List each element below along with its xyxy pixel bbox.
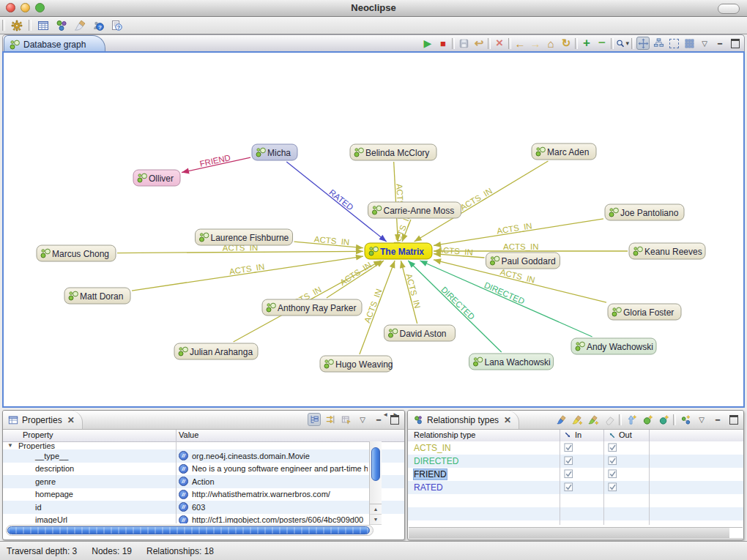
graph-node-anthony[interactable]: Anthony Ray Parker [262, 299, 362, 316]
zoom-out-icon[interactable] [595, 37, 609, 50]
help-icon[interactable]: ? [92, 19, 105, 32]
toolbar-toggle-capsule[interactable] [718, 4, 740, 14]
scroll-down-icon[interactable]: ▼ [370, 515, 382, 525]
paintbrush-icon[interactable] [73, 19, 86, 32]
scroll-up-icon[interactable]: ▲ [370, 504, 382, 515]
relationship-row-friend[interactable]: FRIEND [408, 468, 743, 481]
view-menu-icon[interactable] [695, 413, 708, 426]
zoom-in-icon[interactable] [580, 37, 593, 50]
refresh-table-icon[interactable] [340, 413, 353, 426]
checkbox-out-directed[interactable] [608, 456, 617, 466]
preferences-gear-icon[interactable] [10, 19, 23, 32]
refresh-icon[interactable] [560, 37, 573, 50]
checkbox-out-rated[interactable] [608, 482, 617, 492]
add-relationship-type-icon[interactable] [679, 413, 692, 426]
revert-icon[interactable] [472, 37, 486, 50]
maximize-view-icon[interactable] [727, 413, 740, 426]
add-incoming-icon[interactable] [625, 413, 638, 426]
graph-node-micha[interactable]: Micha [252, 144, 297, 160]
properties-category-row[interactable]: ▼ Properties [3, 441, 404, 449]
relationship-type-label[interactable]: RATED [414, 482, 443, 493]
scrollbar-thumb[interactable] [371, 447, 380, 481]
checkbox-out-acts_in[interactable] [608, 443, 617, 452]
forward-icon[interactable] [529, 37, 542, 50]
magnifier-icon[interactable]: ▾ [616, 37, 629, 50]
property-value[interactable]: http://whatisthematrix.warnerbros.com/ [192, 490, 330, 499]
property-row-genre[interactable]: genre//Action [3, 475, 404, 488]
relationship-bottom-scroll-track[interactable] [409, 527, 743, 539]
stop-icon[interactable] [436, 37, 450, 50]
checkbox-in-directed[interactable] [564, 456, 573, 466]
tab-database-graph[interactable]: Database graph [4, 35, 105, 53]
tab-relationship-types[interactable]: Relationship types ✕ [408, 411, 519, 429]
highlight-incoming-icon[interactable] [571, 413, 584, 426]
checkbox-in-acts_in[interactable] [564, 443, 573, 452]
checkbox-out-friend[interactable] [608, 469, 617, 479]
back-icon[interactable] [513, 37, 527, 50]
scroll-right-icon[interactable]: ► [393, 411, 398, 534]
graph-node-olliver[interactable]: Olliver [133, 170, 180, 186]
column-property[interactable]: Property [23, 430, 53, 439]
relationship-type-label[interactable]: DIRECTED [414, 456, 458, 466]
properties-vertical-scrollbar[interactable]: ▲ ▼ [369, 441, 382, 525]
home-icon[interactable] [544, 37, 557, 50]
relationship-type-label[interactable]: ACTS_IN [414, 443, 451, 453]
close-icon[interactable]: ✕ [67, 415, 75, 425]
close-icon[interactable]: ✕ [504, 415, 511, 425]
add-node-start-icon[interactable] [641, 413, 654, 426]
minimize-view-icon[interactable] [713, 37, 726, 50]
zoom-dropdown-icon[interactable]: ▾ [625, 40, 629, 47]
property-value[interactable]: http://cf1.imgobject.com/posters/606/4bc… [192, 515, 363, 523]
graph-node-david[interactable]: David Aston [384, 325, 456, 341]
relationship-row-rated[interactable]: RATED [408, 481, 743, 494]
graph-node-paul[interactable]: Paul Goddard [486, 253, 560, 269]
relationship-row-directed[interactable]: DIRECTED [408, 455, 743, 468]
clear-highlight-icon[interactable] [603, 413, 616, 426]
graph-nodes-icon[interactable] [55, 19, 68, 32]
property-row-imageUrl[interactable]: imageUrl//http://cf1.imgobject.com/poste… [3, 514, 404, 524]
highlight-relationship-icon[interactable] [554, 413, 568, 426]
edge-rated[interactable] [286, 162, 386, 242]
tree-mode-icon[interactable] [308, 413, 321, 426]
graph-canvas[interactable]: FRIENDRATEDACTS_INACTS_INACTS_INACTS_INA… [2, 51, 745, 408]
property-value[interactable]: Neo is a young software engineer and par… [192, 464, 368, 473]
checkbox-in-rated[interactable] [564, 482, 573, 492]
graph-node-hugo[interactable]: Hugo Weaving [320, 356, 393, 372]
relationship-type-label[interactable]: FRIEND [414, 469, 447, 479]
graph-node-julian[interactable]: Julian Arahanga [174, 343, 258, 359]
tab-properties[interactable]: Properties ✕ [3, 411, 83, 429]
graph-node-belinda[interactable]: Belinda McClory [350, 144, 436, 160]
column-out[interactable]: Out [619, 430, 632, 439]
graph-node-joe[interactable]: Joe Pantoliano [605, 204, 684, 220]
follow-selection-icon[interactable] [324, 413, 337, 426]
scrollbar-thumb[interactable] [7, 526, 370, 534]
graph-node-matt[interactable]: Matt Doran [64, 288, 130, 304]
relationship-row-acts_in[interactable]: ACTS_IN [408, 441, 743, 455]
column-in[interactable]: In [575, 430, 581, 439]
graph-node-andy[interactable]: Andy Wachowski [571, 338, 656, 354]
marquee-select-icon[interactable] [667, 37, 680, 50]
property-value[interactable]: Action [192, 477, 215, 486]
grid-layout-icon[interactable] [683, 37, 696, 50]
pan-mode-icon[interactable] [636, 37, 650, 50]
add-node-end-icon[interactable] [657, 413, 670, 426]
property-value[interactable]: 603 [192, 503, 205, 512]
delete-icon[interactable] [493, 37, 506, 50]
view-menu-icon[interactable] [356, 413, 369, 426]
graph-node-keanu[interactable]: Keanu Reeves [629, 243, 705, 259]
graph-node-matrix[interactable]: The Matrix [365, 243, 432, 259]
property-row-id[interactable]: id//603 [3, 501, 404, 514]
edge-acts_in[interactable] [132, 256, 363, 291]
expander-icon[interactable]: ▼ [7, 442, 13, 449]
property-row-description[interactable]: description//Neo is a young software eng… [3, 463, 404, 476]
property-row-homepage[interactable]: homepage//http://whatisthematrix.warnerb… [3, 488, 404, 501]
view-menu-icon[interactable] [698, 37, 711, 50]
graph-node-marc[interactable]: Marc Aden [532, 143, 596, 160]
column-value[interactable]: Value [179, 430, 198, 439]
property-value[interactable]: org.neo4j.cineasts.domain.Movie [192, 452, 310, 460]
cheatsheet-help-icon[interactable]: ? [110, 19, 123, 32]
minimize-view-icon[interactable] [711, 413, 724, 426]
save-icon[interactable] [457, 37, 470, 50]
graph-node-laurence[interactable]: Laurence Fishburne [196, 229, 293, 245]
graph-node-lana[interactable]: Lana Wachowski [469, 354, 554, 370]
